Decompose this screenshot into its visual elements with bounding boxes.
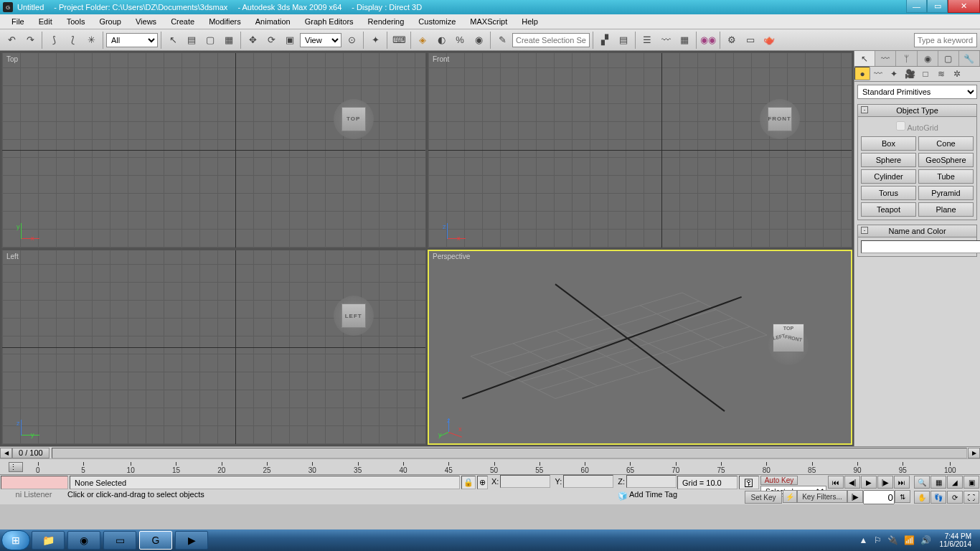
- select-rect-icon[interactable]: ▢: [202, 32, 219, 49]
- key-icon[interactable]: ⚿: [739, 476, 759, 489]
- lights-icon[interactable]: ✦: [886, 67, 902, 80]
- keyboard-shortcut-icon[interactable]: ⌨: [390, 32, 407, 49]
- current-frame-input[interactable]: [863, 490, 895, 504]
- keyfilters-button[interactable]: Key Filters...: [797, 490, 847, 503]
- mirror-icon[interactable]: ▞: [596, 32, 613, 49]
- taskbar-media-icon[interactable]: ▶: [175, 531, 208, 550]
- goto-end-icon[interactable]: ⏭: [894, 476, 910, 489]
- autokey-button[interactable]: Auto Key: [760, 476, 798, 485]
- tray-network-icon[interactable]: 📶: [903, 535, 916, 545]
- menu-rendering[interactable]: Rendering: [361, 17, 412, 26]
- spacewarps-icon[interactable]: ≋: [933, 67, 949, 80]
- search-input[interactable]: [914, 33, 977, 47]
- nav-zoomall-icon[interactable]: ▦: [930, 476, 946, 489]
- align-icon[interactable]: ▤: [615, 32, 632, 49]
- timeline-scrubber-icon[interactable]: ⋮: [9, 462, 23, 472]
- menu-help[interactable]: Help: [514, 17, 545, 26]
- timeconfig-icon[interactable]: |▶: [847, 490, 863, 503]
- viewcube-left[interactable]: LEFT: [334, 296, 374, 336]
- snap-toggle-icon[interactable]: ◈: [414, 32, 431, 49]
- prim-cone-button[interactable]: Cone: [918, 136, 974, 151]
- select-name-icon[interactable]: ▤: [183, 32, 200, 49]
- render-setup-icon[interactable]: ⚙: [723, 32, 740, 49]
- menu-edit[interactable]: Edit: [32, 17, 60, 26]
- tab-hierarchy[interactable]: ᛘ: [896, 51, 917, 66]
- percent-snap-icon[interactable]: %: [451, 32, 468, 49]
- helpers-icon[interactable]: □: [918, 67, 933, 80]
- shapes-icon[interactable]: 〰: [870, 67, 886, 80]
- listener-label[interactable]: ni Listener: [0, 490, 67, 504]
- cameras-icon[interactable]: 🎥: [902, 67, 918, 80]
- timetag-icon[interactable]: 🧊: [618, 491, 628, 500]
- move-icon[interactable]: ✥: [244, 32, 261, 49]
- render-icon[interactable]: 🫖: [760, 32, 778, 49]
- viewcube-front[interactable]: FRONT: [760, 99, 800, 139]
- tray-action-icon[interactable]: ⚐: [872, 535, 883, 545]
- scroll-right-icon[interactable]: ▶: [968, 448, 980, 458]
- prim-cylinder-button[interactable]: Cylinder: [861, 169, 916, 184]
- play-icon[interactable]: ▶: [861, 476, 877, 489]
- curve-editor-icon[interactable]: 〰: [657, 32, 674, 49]
- nav-pan-icon[interactable]: ✋: [914, 491, 930, 504]
- undo-icon[interactable]: ↶: [3, 32, 20, 49]
- nav-walk-icon[interactable]: 👣: [930, 491, 946, 504]
- menu-maxscript[interactable]: MAXScript: [463, 17, 514, 26]
- prim-geosphere-button[interactable]: GeoSphere: [918, 153, 974, 167]
- menu-grapheditors[interactable]: Graph Editors: [298, 17, 361, 26]
- material-editor-icon[interactable]: ◉◉: [699, 32, 717, 49]
- goto-start-icon[interactable]: ⏮: [828, 476, 844, 489]
- viewport-left[interactable]: Left LEFT z y: [1, 250, 426, 446]
- rollout-collapse-icon[interactable]: -: [861, 106, 868, 113]
- selection-filter-dropdown[interactable]: All: [106, 33, 158, 47]
- nav-orbit-icon[interactable]: ⟳: [947, 491, 963, 504]
- menu-group[interactable]: Group: [92, 17, 128, 26]
- tab-create[interactable]: ↖: [854, 51, 875, 66]
- schematic-view-icon[interactable]: ▦: [676, 32, 693, 49]
- prev-frame-icon[interactable]: ◀|: [844, 476, 860, 489]
- viewcube-perspective[interactable]: LEFT FRONT TOP: [760, 316, 817, 374]
- tray-power-icon[interactable]: 🔌: [886, 535, 900, 545]
- tray-up-icon[interactable]: ▲: [858, 535, 870, 545]
- menu-create[interactable]: Create: [164, 17, 202, 26]
- link-icon[interactable]: ⟆: [45, 32, 62, 49]
- viewport-perspective[interactable]: Perspective LEFT FRONT TOP: [428, 250, 852, 446]
- lock-icon[interactable]: 🔒: [463, 478, 473, 487]
- menu-tools[interactable]: Tools: [60, 17, 93, 26]
- viewport-top[interactable]: Top TOP y x: [1, 52, 426, 248]
- spinner-snap-icon[interactable]: ◉: [470, 32, 487, 49]
- start-button[interactable]: ⊞: [1, 530, 30, 550]
- select-manipulate-icon[interactable]: ✦: [367, 32, 384, 49]
- prim-tube-button[interactable]: Tube: [918, 169, 974, 184]
- prim-torus-button[interactable]: Torus: [861, 186, 916, 200]
- maxscript-mini-listener[interactable]: [1, 476, 68, 489]
- layers-icon[interactable]: ☰: [639, 32, 656, 49]
- angle-snap-icon[interactable]: ◐: [433, 32, 450, 49]
- close-button[interactable]: ✕: [948, 0, 980, 13]
- z-coord-input[interactable]: [626, 475, 677, 488]
- viewport-front[interactable]: Front FRONT z x: [428, 52, 852, 248]
- bind-spacewarp-icon[interactable]: ✳: [83, 32, 100, 49]
- timeline[interactable]: ⋮ 05101520253035404550556065707580859095…: [0, 458, 980, 474]
- taskbar-chrome-icon[interactable]: ◉: [67, 531, 100, 550]
- edit-namedsel-icon[interactable]: ✎: [494, 32, 511, 49]
- category-dropdown[interactable]: Standard Primitives: [857, 85, 977, 99]
- autogrid-checkbox[interactable]: [896, 121, 905, 131]
- prim-sphere-button[interactable]: Sphere: [861, 153, 916, 167]
- absolute-mode-icon[interactable]: ⊕: [479, 478, 486, 487]
- rendered-frame-icon[interactable]: ▭: [742, 32, 759, 49]
- menu-file[interactable]: File: [4, 17, 32, 26]
- refcoord-dropdown[interactable]: View: [300, 33, 341, 47]
- tab-utilities[interactable]: 🔧: [959, 51, 980, 66]
- named-selection-input[interactable]: [512, 33, 590, 47]
- taskbar-3dsmax-icon[interactable]: G: [139, 531, 172, 550]
- redo-icon[interactable]: ↷: [22, 32, 39, 49]
- setkey-button[interactable]: Set Key: [745, 491, 782, 504]
- nav-zoom-icon[interactable]: 🔍: [914, 476, 930, 489]
- keymode-icon[interactable]: ⚡: [783, 490, 797, 503]
- nav-maximize-icon[interactable]: ⛶: [963, 491, 979, 504]
- taskbar-app-icon[interactable]: ▭: [103, 531, 136, 550]
- window-crossing-icon[interactable]: ▦: [220, 32, 237, 49]
- y-coord-input[interactable]: [563, 475, 613, 488]
- tab-modify[interactable]: 〰: [875, 51, 896, 66]
- rotate-icon[interactable]: ⟳: [263, 32, 280, 49]
